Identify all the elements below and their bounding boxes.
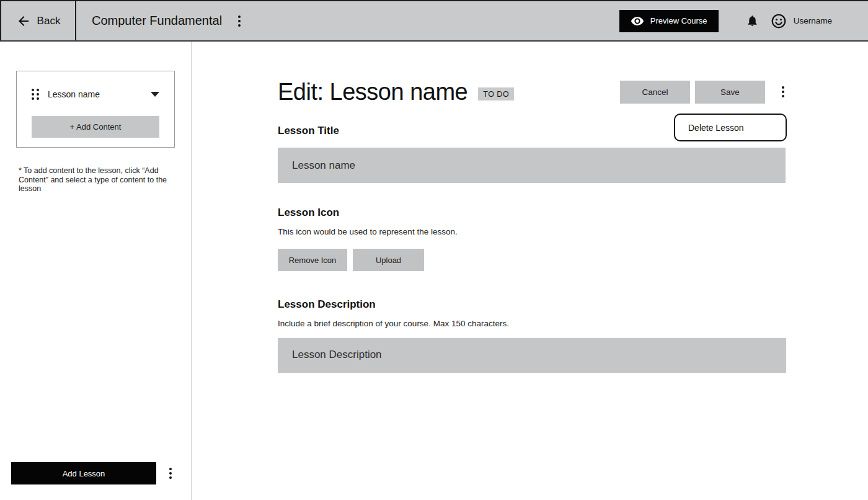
lesson-editor-main: Edit: Lesson name TO DO Cancel Save Dele… xyxy=(192,42,868,500)
upload-button[interactable]: Upload xyxy=(353,249,424,271)
lesson-description-heading: Lesson Description xyxy=(278,298,787,311)
save-button[interactable]: Save xyxy=(695,81,765,104)
course-title: Computer Fundamental xyxy=(92,14,222,28)
lesson-icon-buttons: Remove Icon Upload xyxy=(278,249,787,271)
lessons-sidebar: Lesson name + Add Content * To add conte… xyxy=(0,42,192,500)
username-label: Username xyxy=(794,16,832,25)
topbar: Back Computer Fundamental Preview Course… xyxy=(0,0,868,42)
lesson-description-textarea[interactable]: Lesson Description xyxy=(278,338,786,373)
back-label: Back xyxy=(37,15,61,27)
lesson-title-input[interactable] xyxy=(278,148,786,183)
preview-course-label: Preview Course xyxy=(650,16,707,25)
lesson-options-kebab-icon[interactable] xyxy=(779,84,787,100)
topbar-right: Preview Course Username xyxy=(619,10,868,32)
delete-lesson-menu-item[interactable]: Delete Lesson xyxy=(688,123,744,133)
notifications-bell-icon[interactable] xyxy=(746,14,759,27)
preview-course-button[interactable]: Preview Course xyxy=(619,10,719,32)
drag-handle-icon[interactable] xyxy=(32,89,39,100)
eye-icon xyxy=(631,14,644,28)
lesson-options-menu: Delete Lesson xyxy=(674,114,787,141)
add-content-button[interactable]: + Add Content xyxy=(32,116,159,138)
main-header: Edit: Lesson name TO DO Cancel Save Dele… xyxy=(278,79,787,104)
arrow-left-icon xyxy=(16,14,31,29)
lesson-description-hint: Include a brief description of your cour… xyxy=(278,319,787,328)
sidebar-bottom: Add Lesson xyxy=(11,462,175,484)
caret-down-icon[interactable] xyxy=(151,92,159,97)
add-content-note: * To add content to the lesson, click “A… xyxy=(19,166,175,194)
lesson-card-header[interactable]: Lesson name xyxy=(32,89,159,100)
lesson-description-section: Lesson Description Include a brief descr… xyxy=(278,298,787,373)
lesson-name-label: Lesson name xyxy=(48,89,100,99)
back-button[interactable]: Back xyxy=(0,1,76,40)
avatar-smiley-icon[interactable] xyxy=(771,13,787,29)
lesson-icon-heading: Lesson Icon xyxy=(278,207,787,219)
course-options-kebab-icon[interactable] xyxy=(236,13,243,29)
cancel-button[interactable]: Cancel xyxy=(620,81,690,104)
add-lesson-button[interactable]: Add Lesson xyxy=(11,462,156,484)
remove-icon-button[interactable]: Remove Icon xyxy=(278,249,347,271)
header-actions: Cancel Save xyxy=(620,81,787,104)
add-lesson-kebab-icon[interactable] xyxy=(167,465,174,481)
status-badge: TO DO xyxy=(478,87,514,100)
lesson-icon-description: This icon would be used to represent the… xyxy=(278,227,787,236)
lesson-card: Lesson name + Add Content xyxy=(16,71,175,148)
page-title: Edit: Lesson name xyxy=(278,79,467,104)
lesson-icon-section: Lesson Icon This icon would be used to r… xyxy=(278,207,787,271)
